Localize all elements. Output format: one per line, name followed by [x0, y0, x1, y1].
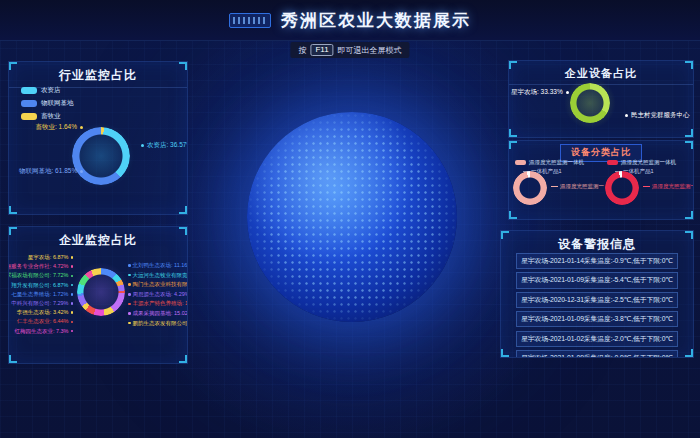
- enterprise-labels-left: 星宇农场: 6.87% 秀洲服务专业合作社: 4.72% 家福农场有限公司: 7…: [9, 254, 73, 334]
- chart-callout: 大运河生态牧业有限责任公: [128, 272, 188, 278]
- device-panel: 企业设备占比 星宇农场: 33.33% 民主村党群服务中心: [508, 60, 694, 138]
- industry-legend: 农资店 物联网基地 畜牧业: [21, 86, 74, 121]
- hint-prefix: 按: [298, 45, 306, 56]
- legend-swatch: [515, 160, 526, 165]
- alarm-row: 星宇农场-2021-01-09采集温度:-0.9℃,低于下限:0℃: [516, 350, 678, 358]
- device-class-donut-left[interactable]: [513, 171, 547, 205]
- chart-callout: 农资店: 36.57%: [141, 141, 188, 150]
- chart-callout: 成果采摘园基地: 15.02%: [128, 310, 188, 316]
- chart-callout: 李强生态农场: 3.42%: [17, 309, 73, 315]
- legend-swatch: [21, 100, 37, 107]
- chart-callout: 星宇农场: 33.33%: [511, 88, 563, 97]
- legend-label: 温湿度光照监测一体机: [529, 159, 584, 166]
- chart-callout: 温湿度光照监测一: [643, 183, 694, 190]
- header: 秀洲区农业大数据展示: [0, 0, 700, 41]
- chart-callout: 北刘鸭生态农场: 11.16%: [128, 262, 188, 268]
- industry-donut-chart[interactable]: [72, 127, 130, 185]
- globe-dot-map: [247, 112, 457, 322]
- chart-callout: 周思源生态农场: 4.29%: [128, 291, 188, 297]
- chart-callout: 民主村党群服务中心: [625, 111, 690, 120]
- legend-swatch: [21, 113, 37, 120]
- logo-badge: [229, 13, 271, 28]
- chart-callout: 七星生态养殖场: 1.72%: [11, 291, 73, 297]
- enterprise-labels-right: 北刘鸭生态农场: 11.16% 大运河生态牧业有限责任公 陶门生态农业科技有限公…: [128, 262, 188, 326]
- alarm-row: 星宇农场-2021-01-02采集温度:-2.0℃,低于下限:0℃: [516, 331, 678, 347]
- hint-suffix: 即可退出全屏模式: [338, 45, 402, 56]
- enterprise-panel: 企业监控占比 星宇农场: 6.87% 秀洲服务专业合作社: 4.72% 家福农场…: [8, 226, 188, 364]
- device-class-chart-left: 温湿度光照监测一体机 一体机产品1 温湿度光照监测一: [509, 157, 601, 217]
- device-class-panel: 设备分类占比 温湿度光照监测一体机 一体机产品1 温湿度光照监测一 温湿度光照监…: [508, 140, 694, 220]
- chart-callout: 星宇农场: 6.87%: [28, 254, 73, 260]
- f11-key: F11: [310, 44, 333, 56]
- industry-panel-title: 行业监控占比: [9, 62, 187, 88]
- alarm-panel: 设备警报信息 星宇农场-2021-01-14采集温度:-0.9℃,低于下限:0℃…: [500, 230, 694, 358]
- device-donut-chart[interactable]: [570, 83, 610, 123]
- legend-label: 物联网基地: [41, 99, 74, 108]
- alarm-row: 星宇农场-2020-12-31采集温度:-2.5℃,低于下限:0℃: [516, 292, 678, 308]
- legend-item[interactable]: 物联网基地: [21, 99, 74, 108]
- device-class-chart-right: 温湿度光照监测一体机 一体机产品1 温湿度光照监测一: [601, 157, 693, 217]
- chart-callout: 红梅园生态农业: 7.3%: [14, 328, 73, 334]
- alarm-row: 星宇农场-2021-01-09采集温度:-5.4℃,低于下限:0℃: [516, 272, 678, 288]
- alarm-list: 星宇农场-2021-01-14采集温度:-0.9℃,低于下限:0℃ 星宇农场-2…: [516, 253, 678, 358]
- enterprise-donut-chart[interactable]: [77, 268, 125, 316]
- chart-callout: 物联网基地: 61.85%: [19, 167, 83, 176]
- legend-swatch: [607, 160, 618, 165]
- legend-item[interactable]: 温湿度光照监测一体机: [607, 159, 676, 166]
- chart-callout: 仁丰生态农业: 6.44%: [17, 318, 73, 324]
- legend-label: 温湿度光照监测一体机: [621, 159, 676, 166]
- alarm-row: 星宇农场-2021-01-09采集温度:-3.8℃,低于下限:0℃: [516, 311, 678, 327]
- chart-callout: 中科兴有限公司: 7.29%: [11, 300, 73, 306]
- enterprise-panel-title: 企业监控占比: [9, 227, 187, 252]
- legend-swatch: [21, 87, 37, 94]
- chart-callout: 丰源水产特色养殖场: 1.: [128, 300, 188, 306]
- alarm-row: 星宇农场-2021-01-14采集温度:-0.9℃,低于下限:0℃: [516, 253, 678, 269]
- chart-callout: 家福农场有限公司: 7.72%: [8, 272, 73, 278]
- chart-callout: 翔升发有限公司: 6.87%: [11, 282, 73, 288]
- globe-visualization: [247, 112, 457, 322]
- chart-callout: 鹏韵生态农发有限公司: 6.87%: [128, 320, 188, 326]
- chart-callout: 温湿度光照监测一: [551, 183, 604, 190]
- dashboard-root: 秀洲区农业大数据展示 按 F11 即可退出全屏模式 行业监控占比 农资店 物联网…: [0, 0, 700, 438]
- legend-label: 畜牧业: [41, 112, 61, 121]
- legend-item[interactable]: 温湿度光照监测一体机: [515, 159, 584, 166]
- device-class-donut-right[interactable]: [605, 171, 639, 205]
- industry-panel: 行业监控占比 农资店 物联网基地 畜牧业 畜牧业: 1.64%: [8, 61, 188, 215]
- chart-callout: 畜牧业: 1.64%: [15, 123, 83, 132]
- page-title: 秀洲区农业大数据展示: [281, 9, 471, 32]
- legend-item[interactable]: 农资店: [21, 86, 74, 95]
- chart-callout: 秀洲服务专业合作社: 4.72%: [8, 263, 73, 269]
- legend-label: 农资店: [41, 86, 61, 95]
- fullscreen-hint: 按 F11 即可退出全屏模式: [290, 42, 409, 58]
- chart-callout: 陶门生态农业科技有限公: [128, 281, 188, 287]
- legend-item[interactable]: 畜牧业: [21, 112, 74, 121]
